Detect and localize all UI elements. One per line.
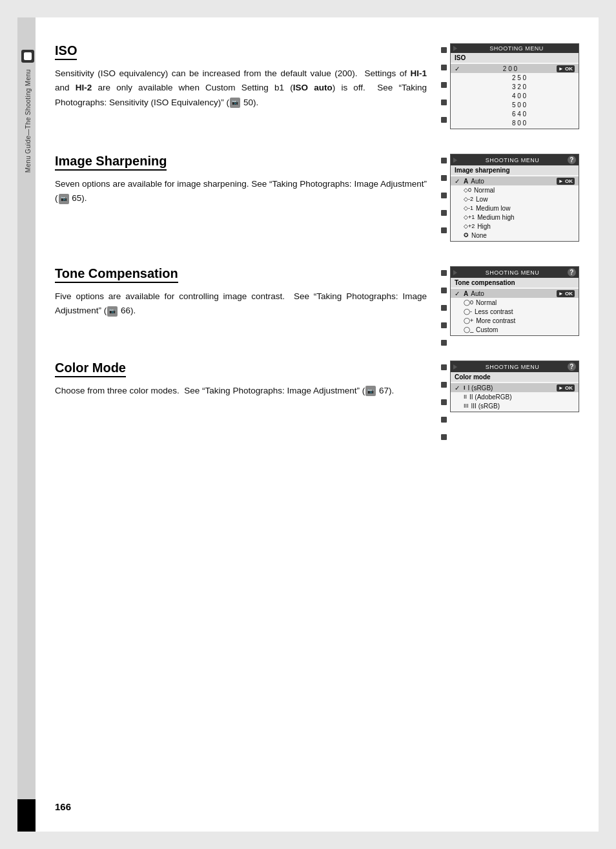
iso-value-3: 4 0 0 bbox=[464, 92, 575, 100]
section-sharpening-body: Seven options are available for image sh… bbox=[55, 177, 427, 206]
sharp-sym-0: A bbox=[464, 178, 468, 185]
sharp-row-4: ◇+1 Medium high bbox=[451, 213, 579, 222]
sidebar-bar: Menu Guide—The Shooting Menu bbox=[17, 17, 36, 832]
check-icon-0: ✓ bbox=[455, 65, 464, 72]
iso-value-6: 8 0 0 bbox=[464, 120, 575, 127]
sharp-val-0: Auto bbox=[471, 178, 557, 185]
screen-sharpening-header-title: SHOOTING MENU bbox=[457, 157, 568, 163]
ok-sharp-0: ► OK bbox=[557, 178, 575, 185]
section-color: Color Mode Choose from three color modes… bbox=[55, 361, 579, 412]
screen-tone: SHOOTING MENU ? Tone compensation ✓ A Au… bbox=[450, 266, 579, 336]
color-sym-0: I bbox=[464, 384, 466, 391]
sharp-val-6: None bbox=[471, 232, 575, 239]
screen-iso-subheader: ISO bbox=[451, 53, 579, 63]
iso-value-5: 6 4 0 bbox=[464, 110, 575, 118]
screen-iso-side-icons bbox=[441, 43, 447, 123]
screen-sharpening-header: SHOOTING MENU ? bbox=[451, 154, 579, 165]
tone-row-2: ◯- Less contrast bbox=[451, 307, 579, 316]
screen-tone-body: ✓ A Auto ► OK ◯0 Normal ◯- bbox=[451, 288, 579, 335]
section-sharpening-title: Image Sharpening bbox=[55, 154, 167, 171]
screen-tone-header-title: SHOOTING MENU bbox=[457, 269, 568, 276]
iso-value-0: 2 0 0 bbox=[464, 65, 557, 72]
tone-sym-0: A bbox=[464, 290, 468, 297]
screen-iso-header: SHOOTING MENU bbox=[451, 44, 579, 53]
side-icon-2 bbox=[441, 65, 447, 70]
color-val-0: I (sRGB) bbox=[468, 384, 557, 392]
section-iso-text: ISO Sensitivity (ISO equivalency) can be… bbox=[55, 43, 440, 110]
camera-menu-icon bbox=[21, 50, 34, 63]
section-tone: Tone Compensation Five options are avail… bbox=[55, 266, 579, 336]
sharp-sym-3: ◇-1 bbox=[464, 205, 473, 211]
sharp-val-2: Low bbox=[476, 196, 575, 203]
tone-val-4: Custom bbox=[476, 326, 575, 333]
tone-side-icon-4 bbox=[441, 322, 447, 328]
tone-row-0: ✓ A Auto ► OK bbox=[451, 289, 579, 298]
tone-val-3: More contrast bbox=[476, 317, 575, 324]
section-tone-body: Five options are available for controlli… bbox=[55, 289, 427, 319]
color-val-2: III (sRGB) bbox=[471, 403, 575, 410]
screen-tone-container: SHOOTING MENU ? Tone compensation ✓ A Au… bbox=[450, 266, 579, 336]
screen-tone-subheader: Tone compensation bbox=[451, 278, 579, 288]
section-tone-text: Tone Compensation Five options are avail… bbox=[55, 266, 440, 319]
section-iso-title: ISO bbox=[55, 43, 77, 60]
sharp-val-3: Medium low bbox=[476, 205, 575, 212]
screen-iso-row-6: 8 0 0 bbox=[451, 118, 579, 127]
tone-side-icon-5 bbox=[441, 340, 447, 346]
tone-sym-3: ◯+ bbox=[464, 317, 473, 324]
side-icon-5 bbox=[441, 117, 447, 123]
page-number: 166 bbox=[55, 801, 71, 812]
sharp-side-icon-2 bbox=[441, 175, 447, 181]
screen-iso-header-title: SHOOTING MENU bbox=[457, 45, 576, 52]
screen-color-body: ✓ I I (sRGB) ► OK II II (AdobeRGB) bbox=[451, 382, 579, 412]
tone-sym-4: ◯⎯ bbox=[464, 326, 473, 333]
screen-color: SHOOTING MENU ? Color mode ✓ I I (sRGB) … bbox=[450, 361, 579, 412]
sharp-sym-4: ◇+1 bbox=[464, 214, 475, 220]
iso-value-1: 2 5 0 bbox=[464, 74, 575, 81]
screen-iso: SHOOTING MENU ISO ✓ 2 0 0 ► OK 2 5 0 bbox=[450, 43, 579, 129]
ref-icon-65: 📷 bbox=[59, 194, 69, 204]
iso-value-4: 5 0 0 bbox=[464, 101, 575, 109]
sharp-val-4: Medium high bbox=[477, 214, 575, 221]
tone-val-1: Normal bbox=[476, 299, 575, 306]
sharp-val-5: High bbox=[477, 223, 575, 230]
section-color-body: Choose from three color modes. See “Taki… bbox=[55, 384, 427, 398]
screen-iso-body: ✓ 2 0 0 ► OK 2 5 0 3 2 0 bbox=[451, 63, 579, 129]
tone-sym-2: ◯- bbox=[464, 308, 472, 315]
screen-iso-row-0: ✓ 2 0 0 ► OK bbox=[451, 64, 579, 73]
page: Menu Guide—The Shooting Menu ISO Sensiti… bbox=[17, 17, 599, 832]
color-side-icon-2 bbox=[441, 382, 447, 388]
sharp-row-3: ◇-1 Medium low bbox=[451, 204, 579, 213]
color-side-icon-3 bbox=[441, 399, 447, 405]
tone-val-0: Auto bbox=[471, 290, 557, 297]
section-tone-title: Tone Compensation bbox=[55, 266, 178, 283]
color-row-0: ✓ I I (sRGB) ► OK bbox=[451, 383, 579, 392]
screen-sharpening-container: SHOOTING MENU ? Image sharpening ✓ A Aut… bbox=[450, 154, 579, 242]
sharp-row-1: ◇0 Normal bbox=[451, 185, 579, 194]
color-row-1: II II (AdobeRGB) bbox=[451, 392, 579, 401]
tone-row-3: ◯+ More contrast bbox=[451, 316, 579, 325]
screen-iso-row-5: 6 4 0 bbox=[451, 109, 579, 118]
main-content: ISO Sensitivity (ISO equivalency) can be… bbox=[42, 17, 599, 832]
screen-color-header: SHOOTING MENU ? bbox=[451, 361, 579, 372]
tone-side-icon-1 bbox=[441, 270, 447, 276]
side-icon-1 bbox=[441, 47, 447, 53]
help-icon-sharpening: ? bbox=[568, 156, 576, 164]
sharp-sym-5: ◇+2 bbox=[464, 223, 475, 229]
tone-row-1: ◯0 Normal bbox=[451, 298, 579, 307]
sharp-sym-6: ✪ bbox=[464, 232, 469, 238]
screen-color-side-icons bbox=[441, 361, 447, 440]
sharp-sym-2: ◇-2 bbox=[464, 196, 473, 202]
screen-color-subheader: Color mode bbox=[451, 372, 579, 382]
sharp-side-icon-4 bbox=[441, 210, 447, 216]
help-icon-color: ? bbox=[568, 362, 576, 371]
screen-sharpening-body: ✓ A Auto ► OK ◇0 Normal ◇-2 bbox=[451, 175, 579, 241]
sidebar-label: Menu Guide—The Shooting Menu bbox=[25, 69, 32, 173]
section-iso-body: Sensitivity (ISO equivalency) can be inc… bbox=[55, 67, 427, 110]
sidebar: Menu Guide—The Shooting Menu bbox=[17, 17, 42, 832]
tone-val-2: Less contrast bbox=[475, 308, 575, 315]
ref-icon-67: 📷 bbox=[365, 386, 376, 396]
ok-color-0: ► OK bbox=[557, 384, 575, 392]
sharp-side-icon-1 bbox=[441, 158, 447, 163]
color-row-2: III III (sRGB) bbox=[451, 401, 579, 410]
side-icon-4 bbox=[441, 100, 447, 105]
